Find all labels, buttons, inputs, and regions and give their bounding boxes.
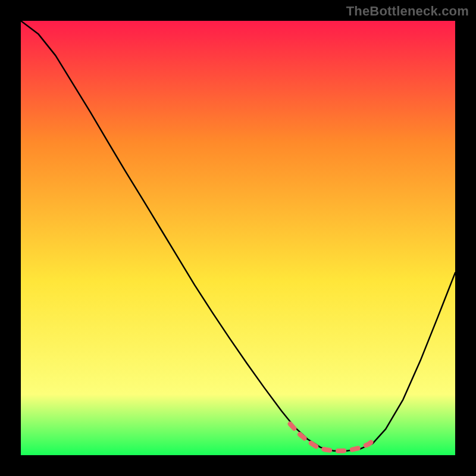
chart-background (21, 21, 455, 455)
plot-area (21, 21, 455, 455)
watermark-text: TheBottleneck.com (346, 4, 469, 19)
chart-frame: TheBottleneck.com (0, 0, 476, 476)
chart-svg (21, 21, 455, 455)
